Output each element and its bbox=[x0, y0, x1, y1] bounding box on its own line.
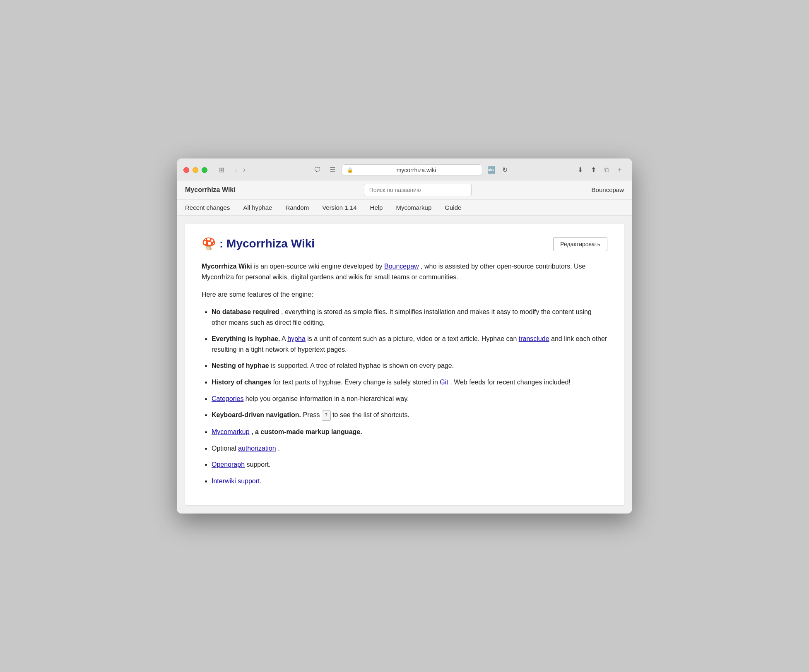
list-item: Categories help you organise information… bbox=[212, 394, 607, 404]
site-brand[interactable]: Mycorrhiza Wiki bbox=[185, 181, 244, 199]
list-item: Nesting of hyphae is supported. A tree o… bbox=[212, 360, 607, 371]
forward-button[interactable]: › bbox=[241, 165, 248, 175]
traffic-lights bbox=[183, 167, 207, 173]
close-button[interactable] bbox=[183, 167, 189, 173]
reader-icon[interactable]: ☰ bbox=[327, 164, 338, 176]
intro-text: is an open-source wiki engine developed … bbox=[254, 263, 384, 270]
feature-text-2: to see the list of shortcuts. bbox=[332, 411, 409, 418]
transclude-link[interactable]: transclude bbox=[519, 335, 549, 342]
bouncepaw-link[interactable]: Bouncepaw bbox=[384, 263, 419, 270]
sidebar-icon[interactable]: ⊞ bbox=[216, 164, 227, 176]
browser-window: ⊞ ‹ › 🛡 ☰ 🔒 mycorrhiza.wiki 🔤 ↻ ⬇ ⬆ ⧉ ＋ bbox=[177, 158, 632, 514]
page-title: 🍄 : Mycorrhiza Wiki bbox=[202, 237, 315, 251]
reload-icon[interactable]: ↻ bbox=[499, 164, 510, 176]
feature-bold: Keyboard-driven navigation. bbox=[212, 411, 301, 418]
nav-arrows: ‹ › bbox=[232, 165, 248, 175]
translate-icon[interactable]: 🔤 bbox=[486, 164, 497, 176]
keyboard-shortcut: ? bbox=[322, 410, 331, 421]
feature-bold: History of changes bbox=[212, 379, 271, 386]
feature-text: help you organise information in a non-h… bbox=[246, 395, 409, 402]
feature-text: for text parts of hyphae. Every change i… bbox=[273, 379, 440, 386]
list-item: Keyboard-driven navigation. Press ? to s… bbox=[212, 410, 607, 421]
feature-text-2: . bbox=[278, 445, 279, 452]
opengraph-link[interactable]: Opengraph bbox=[212, 461, 245, 468]
list-item: Interwiki support. bbox=[212, 476, 607, 487]
feature-text: is supported. A tree of related hyphae i… bbox=[271, 362, 454, 369]
nav-search bbox=[252, 180, 583, 199]
nav-link-mycomarkup[interactable]: Mycomarkup bbox=[389, 200, 438, 215]
hypha-link[interactable]: hypha bbox=[287, 335, 306, 342]
page-header: 🍄 : Mycorrhiza Wiki Редактировать bbox=[202, 237, 607, 251]
share-icon[interactable]: ⬆ bbox=[587, 164, 599, 176]
feature-bold: No database required bbox=[212, 308, 279, 315]
feature-text: support. bbox=[247, 461, 271, 468]
nav-link-help[interactable]: Help bbox=[364, 200, 390, 215]
nav-user[interactable]: Bouncepaw bbox=[583, 181, 624, 198]
interwiki-link[interactable]: Interwiki support. bbox=[212, 478, 262, 485]
intro-bold: Mycorrhiza Wiki bbox=[202, 263, 252, 270]
feature-text-2: is a unit of content such as a picture, … bbox=[307, 335, 519, 342]
feature-text: A bbox=[282, 335, 287, 342]
address-bar[interactable]: 🔒 mycorrhiza.wiki bbox=[342, 164, 482, 176]
download-icon[interactable]: ⬇ bbox=[574, 164, 586, 176]
authorization-link[interactable]: authorization bbox=[238, 445, 276, 452]
intro-paragraph: Mycorrhiza Wiki is an open-source wiki e… bbox=[202, 261, 607, 283]
feature-text-2: . Web feeds for recent changes included! bbox=[450, 379, 571, 386]
nav-links: Recent changes All hyphae Random Version… bbox=[177, 200, 632, 216]
list-item: History of changes for text parts of hyp… bbox=[212, 377, 607, 388]
page-title-text: : Mycorrhiza Wiki bbox=[219, 237, 315, 250]
list-item: No database required , everything is sto… bbox=[212, 307, 607, 328]
feature-bold: , a custom-made markup language. bbox=[251, 428, 362, 435]
content-area: 🍄 : Mycorrhiza Wiki Редактировать Mycorr… bbox=[177, 216, 632, 514]
list-item: Mycomarkup , a custom-made markup langua… bbox=[212, 427, 607, 437]
list-item: Opengraph support. bbox=[212, 459, 607, 470]
title-bar-right: ⬇ ⬆ ⧉ ＋ bbox=[574, 164, 626, 176]
minimize-button[interactable] bbox=[193, 167, 198, 173]
page-card: 🍄 : Mycorrhiza Wiki Редактировать Mycorr… bbox=[185, 224, 624, 506]
nav-bar: Mycorrhiza Wiki Bouncepaw bbox=[177, 180, 632, 200]
tabs-icon[interactable]: ⧉ bbox=[601, 164, 612, 176]
mushroom-emoji: 🍄 bbox=[202, 237, 216, 251]
git-link[interactable]: Git bbox=[440, 379, 448, 386]
shield-icon[interactable]: 🛡 bbox=[312, 164, 323, 176]
lock-icon: 🔒 bbox=[347, 167, 353, 173]
address-bar-container: 🛡 ☰ 🔒 mycorrhiza.wiki 🔤 ↻ bbox=[253, 164, 569, 176]
feature-bold: Everything is hyphae. bbox=[212, 335, 280, 342]
maximize-button[interactable] bbox=[202, 167, 207, 173]
url-text: mycorrhiza.wiki bbox=[356, 167, 477, 173]
title-bar: ⊞ ‹ › 🛡 ☰ 🔒 mycorrhiza.wiki 🔤 ↻ ⬇ ⬆ ⧉ ＋ bbox=[177, 158, 632, 180]
mycomarkup-link[interactable]: Mycomarkup bbox=[212, 428, 250, 435]
sidebar-toggle[interactable]: ⊞ bbox=[216, 164, 227, 176]
feature-text: Optional bbox=[212, 445, 238, 452]
search-input[interactable] bbox=[364, 184, 472, 196]
nav-link-random[interactable]: Random bbox=[279, 200, 315, 215]
list-item: Optional authorization . bbox=[212, 443, 607, 454]
nav-link-recent-changes[interactable]: Recent changes bbox=[185, 200, 236, 215]
feature-bold: Nesting of hyphae bbox=[212, 362, 269, 369]
nav-link-version[interactable]: Version 1.14 bbox=[315, 200, 363, 215]
list-item: Everything is hyphae. A hypha is a unit … bbox=[212, 334, 607, 355]
page-content: Mycorrhiza Wiki is an open-source wiki e… bbox=[202, 261, 607, 487]
nav-link-guide[interactable]: Guide bbox=[438, 200, 468, 215]
nav-link-all-hyphae[interactable]: All hyphae bbox=[236, 200, 279, 215]
new-tab-icon[interactable]: ＋ bbox=[614, 164, 626, 176]
back-button[interactable]: ‹ bbox=[232, 165, 240, 175]
address-bar-actions: 🔤 ↻ bbox=[486, 164, 510, 176]
features-list: No database required , everything is sto… bbox=[212, 307, 607, 486]
feature-text: Press bbox=[303, 411, 322, 418]
features-intro: Here are some features of the engine: bbox=[202, 289, 607, 300]
categories-link[interactable]: Categories bbox=[212, 395, 243, 402]
edit-button[interactable]: Редактировать bbox=[553, 237, 607, 251]
